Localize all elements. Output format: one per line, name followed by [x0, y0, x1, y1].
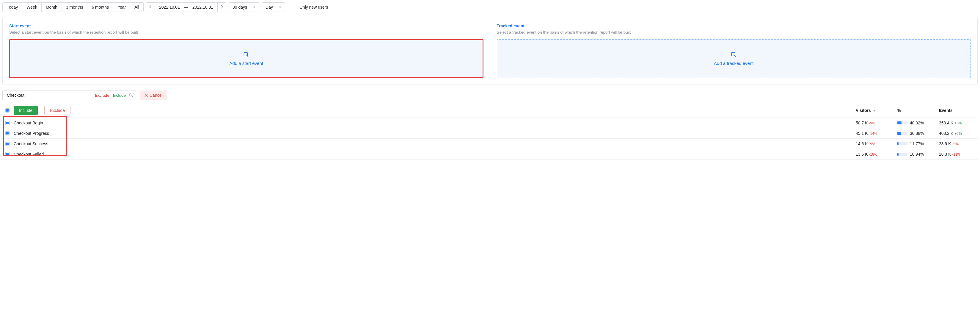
cancel-button[interactable]: Cancel	[140, 90, 167, 100]
pct-value: 40.92%	[910, 120, 924, 125]
svg-point-2	[130, 94, 132, 96]
search-exclude-link[interactable]: Exclude	[95, 93, 109, 98]
visitors-value: 14.6 K	[856, 141, 868, 146]
date-next-button[interactable]	[217, 3, 226, 11]
pct-bar	[897, 142, 907, 145]
select-all-checkbox[interactable]	[5, 108, 10, 112]
start-event-panel: Start event Select a start event on the …	[3, 18, 490, 85]
range-week[interactable]: Week	[22, 3, 41, 11]
events-table: Include Exclude Visitors % Events Checko…	[2, 103, 978, 160]
visitors-delta: -9%	[869, 142, 875, 146]
granularity-dropdown[interactable]: Day	[262, 2, 285, 12]
close-icon	[145, 94, 148, 97]
pct-bar	[897, 153, 907, 156]
only-new-users-label: Only new users	[299, 5, 328, 10]
events-delta: -11%	[952, 152, 960, 157]
events-value: 358.4 K	[939, 120, 953, 125]
only-new-users-toggle[interactable]: Only new users	[293, 2, 328, 12]
sort-desc-icon	[873, 110, 876, 112]
table-row[interactable]: Checkout Failed13.6 K-18%10.94%28.3 K-11…	[2, 149, 978, 160]
cancel-label: Cancel	[150, 93, 163, 98]
row-checkbox[interactable]	[5, 131, 10, 135]
pct-value: 36.38%	[910, 131, 924, 136]
date-range-picker[interactable]: 2022.10.01 — 2022.10.31	[146, 2, 226, 12]
events-value: 28.3 K	[939, 152, 951, 157]
chevron-left-icon	[149, 5, 152, 9]
add-start-event-dropzone[interactable]: Add a start event	[9, 39, 484, 78]
pct-bar	[897, 132, 907, 135]
events-delta: +5%	[955, 121, 962, 125]
checkbox-icon	[293, 5, 297, 9]
visitors-delta: -14%	[869, 131, 877, 136]
add-event-icon	[243, 52, 249, 58]
header-events[interactable]: Events	[936, 103, 978, 118]
pct-bar	[897, 122, 907, 125]
event-name: Checkout Begin	[14, 120, 43, 125]
row-checkbox[interactable]	[5, 152, 10, 156]
events-delta: +6%	[955, 131, 962, 136]
events-value: 408.2 K	[939, 131, 953, 136]
range-3months[interactable]: 3 months	[62, 3, 88, 11]
date-prev-button[interactable]	[146, 3, 155, 11]
table-row[interactable]: Checkout Success14.6 K-9%11.77%23.9 K-9%	[2, 139, 978, 149]
header-visitors[interactable]: Visitors	[856, 108, 871, 113]
event-search-row: Exclude Include Cancel	[2, 90, 978, 100]
events-delta: -9%	[952, 142, 958, 146]
include-button[interactable]: Include	[14, 106, 38, 115]
visitors-value: 50.7 K	[856, 120, 868, 125]
add-tracked-event-dropzone[interactable]: Add a tracked event	[497, 39, 971, 78]
date-range-presets: Today Week Month 3 months 6 months Year …	[2, 2, 143, 12]
pct-value: 10.94%	[910, 152, 924, 157]
chevron-down-icon	[279, 6, 281, 8]
row-checkbox[interactable]	[5, 121, 10, 125]
chevron-right-icon	[221, 5, 223, 9]
visitors-value: 13.6 K	[856, 152, 868, 157]
visitors-delta: -18%	[869, 152, 877, 157]
event-search-input[interactable]	[6, 93, 93, 98]
events-table-wrap: Include Exclude Visitors % Events Checko…	[2, 103, 978, 160]
events-value: 23.9 K	[939, 141, 951, 146]
date-from: 2022.10.01	[155, 3, 184, 11]
header-percent[interactable]: %	[894, 103, 936, 118]
event-name: Checkout Success	[14, 141, 48, 146]
start-event-title: Start event	[9, 24, 484, 28]
start-event-subtitle: Select a start event on the basis of whi…	[9, 30, 484, 35]
event-panels: Start event Select a start event on the …	[2, 18, 978, 85]
window-value: 30 days	[232, 5, 247, 10]
range-month[interactable]: Month	[41, 3, 62, 11]
date-separator: —	[184, 3, 188, 11]
exclude-button[interactable]: Exclude	[44, 106, 70, 115]
table-row[interactable]: Checkout Progress45.1 K-14%36.38%408.2 K…	[2, 128, 978, 139]
range-6months[interactable]: 6 months	[88, 3, 113, 11]
tracked-event-subtitle: Select a tracked event on the basis of w…	[497, 30, 971, 35]
event-search-box[interactable]: Exclude Include	[2, 90, 136, 100]
window-dropdown[interactable]: 30 days	[229, 2, 259, 12]
search-include-link[interactable]: Include	[113, 93, 126, 98]
pct-value: 11.77%	[910, 141, 924, 146]
range-year[interactable]: Year	[113, 3, 130, 11]
add-start-event-label: Add a start event	[229, 61, 263, 66]
granularity-value: Day	[266, 5, 273, 10]
tracked-event-panel: Tracked event Select a tracked event on …	[490, 18, 978, 85]
event-name: Checkout Failed	[14, 152, 44, 157]
date-to: 2022.10.31	[188, 3, 217, 11]
add-event-icon	[731, 52, 737, 58]
visitors-value: 45.1 K	[856, 131, 868, 136]
chevron-down-icon	[253, 6, 255, 8]
range-all[interactable]: All	[130, 3, 143, 11]
add-tracked-event-label: Add a tracked event	[714, 61, 753, 66]
table-row[interactable]: Checkout Begin50.7 K-9%40.92%358.4 K+5%	[2, 118, 978, 128]
event-name: Checkout Progress	[14, 131, 49, 136]
tracked-event-title: Tracked event	[497, 24, 971, 28]
toolbar: Today Week Month 3 months 6 months Year …	[2, 2, 978, 12]
range-today[interactable]: Today	[3, 3, 22, 11]
visitors-delta: -9%	[869, 121, 875, 125]
search-icon	[129, 93, 134, 98]
row-checkbox[interactable]	[5, 142, 10, 146]
